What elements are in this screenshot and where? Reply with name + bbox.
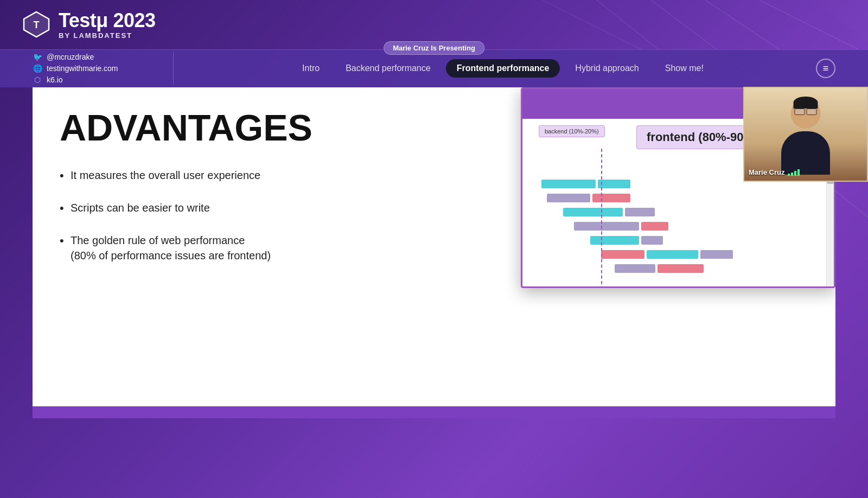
tab-show-me[interactable]: Show me!: [654, 59, 714, 78]
header: T Testμ 2023 BY LAMBDATEST: [0, 0, 868, 49]
bottom-bar: [33, 406, 835, 418]
tab-hybrid-approach[interactable]: Hybrid approach: [564, 59, 649, 78]
bar-teal-1b: [598, 180, 630, 188]
bar-row-6: [601, 249, 804, 260]
logo-text: Testμ 2023 BY LAMBDATEST: [59, 10, 155, 40]
bar-pink-6: [601, 250, 644, 259]
logo-subtitle: BY LAMBDATEST: [59, 31, 155, 40]
svg-text:T: T: [34, 20, 40, 30]
bar-row-7: [615, 263, 804, 274]
bar-lavender-3: [625, 208, 655, 216]
menu-icon[interactable]: ≡: [816, 59, 835, 78]
left-lens: [795, 108, 805, 115]
tab-frontend-performance[interactable]: Frontend performance: [446, 59, 560, 78]
platform-name: k6.io: [47, 75, 63, 84]
bar-teal-6: [647, 250, 698, 259]
dashed-divider-line: [601, 149, 602, 284]
tab-backend-performance[interactable]: Backend performance: [335, 59, 442, 78]
bar-row-2: [547, 193, 804, 203]
bar-lavender-7: [615, 264, 655, 273]
bar-lavender-2: [547, 194, 590, 202]
twitter-icon: 🐦: [33, 52, 42, 62]
signal-dot-4: [797, 169, 800, 176]
tab-intro[interactable]: Intro: [291, 59, 330, 78]
bar-pink-4: [641, 222, 668, 231]
bar-pink-7: [658, 264, 704, 273]
twitter-contact: 🐦 @mcruzdrake: [33, 52, 157, 62]
presenter-video-bg: [744, 88, 867, 181]
signal-dot-1: [788, 174, 790, 176]
bar-lavender-4: [574, 222, 639, 231]
twitter-handle: @mcruzdrake: [47, 53, 94, 61]
presenter-head: [791, 99, 821, 129]
signal-dot-2: [791, 173, 793, 176]
logo-area: T Testμ 2023 BY LAMBDATEST: [22, 10, 155, 40]
platform-contact: ⬡ k6.io: [33, 75, 157, 85]
slide-area: ADVANTAGES It measures the overall user …: [33, 87, 835, 418]
video-feed: Marie Cruz: [743, 87, 868, 182]
bar-row-5: [590, 235, 804, 246]
bar-teal-1: [541, 180, 596, 188]
contact-info: 🐦 @mcruzdrake 🌐 testingwithmarie.com ⬡ k…: [33, 52, 174, 85]
signal-dot-3: [794, 171, 796, 176]
nav-bar: Marie Cruz Is Presenting 🐦 @mcruzdrake 🌐…: [0, 49, 868, 87]
glasses: [795, 108, 817, 115]
globe-icon: 🌐: [33, 63, 42, 73]
signal-strength: [788, 169, 800, 176]
website-url: testingwithmarie.com: [47, 64, 118, 73]
bar-teal-5: [590, 236, 639, 245]
testmu-logo-icon: T: [22, 10, 51, 39]
bar-pink-2: [592, 194, 630, 202]
website-contact: 🌐 testingwithmarie.com: [33, 63, 157, 73]
video-label: Marie Cruz: [749, 168, 800, 176]
logo-title: Testμ 2023: [59, 10, 155, 31]
right-lens: [807, 108, 817, 115]
nav-tabs: Intro Backend performance Frontend perfo…: [190, 59, 816, 78]
legend-backend-label: backend (10%-20%): [539, 125, 605, 137]
bar-row-3: [563, 207, 804, 218]
hair: [794, 97, 818, 108]
bar-lavender-5: [641, 236, 663, 245]
bar-lavender-6: [700, 250, 733, 259]
platform-icon: ⬡: [33, 75, 42, 85]
bar-row-4: [574, 221, 804, 232]
presenter-name-label: Marie Cruz: [749, 168, 784, 176]
bar-teal-3: [563, 208, 623, 216]
